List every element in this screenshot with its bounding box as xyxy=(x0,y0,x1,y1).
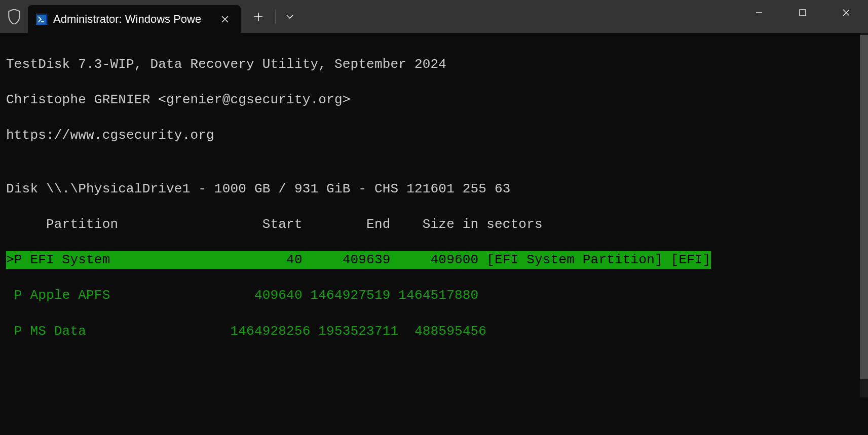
active-tab[interactable]: Administrator: Windows Powe xyxy=(28,5,241,33)
minimize-button[interactable] xyxy=(737,0,781,25)
svg-rect-7 xyxy=(800,10,806,16)
tab-title: Administrator: Windows Powe xyxy=(53,13,217,26)
maximize-button[interactable] xyxy=(781,0,824,25)
disk-info-line: Disk \\.\PhysicalDrive1 - 1000 GB / 931 … xyxy=(6,180,862,198)
partition-row: P Apple APFS 409640 1464927519 146451788… xyxy=(6,287,862,304)
partition-row-selected: >P EFI System 40 409639 409600 [EFI Syst… xyxy=(6,251,862,269)
partition-row: P MS Data 1464928256 1953523711 48859545… xyxy=(6,323,862,340)
close-tab-button[interactable] xyxy=(217,12,233,27)
url-line: https://www.cgsecurity.org xyxy=(6,127,862,144)
blank-line xyxy=(6,429,862,435)
new-tab-button[interactable] xyxy=(246,4,271,29)
tab-dropdown-button[interactable] xyxy=(280,4,300,29)
author-line: Christophe GRENIER <grenier@cgsecurity.o… xyxy=(6,91,862,109)
blank-line xyxy=(6,393,862,411)
powershell-icon xyxy=(36,14,47,25)
titlebar: Administrator: Windows Powe xyxy=(0,0,868,33)
terminal-output[interactable]: TestDisk 7.3-WIP, Data Recovery Utility,… xyxy=(0,33,868,435)
window-controls xyxy=(737,0,868,25)
scrollbar-thumb[interactable] xyxy=(860,35,868,379)
scrollbar[interactable] xyxy=(860,33,868,398)
blank-line xyxy=(6,358,862,376)
app-header-line: TestDisk 7.3-WIP, Data Recovery Utility,… xyxy=(6,56,862,73)
close-window-button[interactable] xyxy=(824,0,868,25)
divider xyxy=(275,10,276,24)
shield-icon xyxy=(0,0,28,33)
partition-header: Partition Start End Size in sectors xyxy=(6,216,862,233)
